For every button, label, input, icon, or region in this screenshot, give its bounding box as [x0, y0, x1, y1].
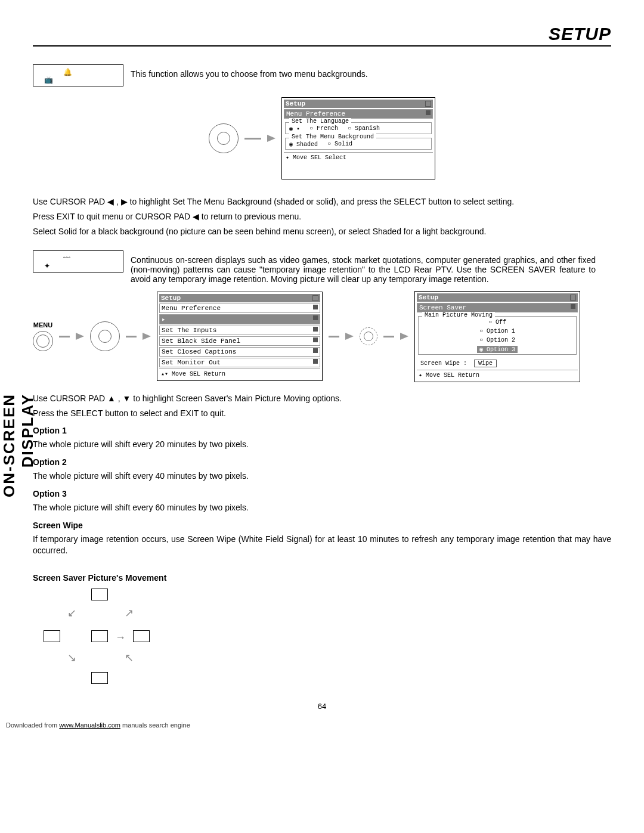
row-glyph-icon [426, 110, 431, 115]
title-glyph-icon [312, 295, 318, 301]
menu-row: Set Black Side Panel [159, 336, 320, 346]
mb-instruction-3: Select Solid for a black background (no … [33, 226, 611, 237]
wipe-button: Wipe [474, 360, 497, 367]
screenshot-subtitle-row: Screen Saver [417, 303, 578, 312]
title-glyph-icon [425, 101, 431, 107]
diagram-arrow-icon: ↙ [67, 606, 76, 620]
screenshot-title: Setup [286, 100, 305, 107]
mb-instruction-2: Press EXIT to quit menu or CURSOR PAD ◀ … [33, 211, 611, 222]
menu-button-icon [33, 331, 53, 351]
ss-instruction-1: Use CURSOR PAD ▲ , ▼ to highlight Screen… [33, 393, 611, 404]
setup-menu-screenshot: Setup Menu Preference ▸ Set The Inputs S… [157, 292, 323, 381]
mpm-opt-3: ◉ Option 3 [477, 346, 518, 353]
diagram-arrow-icon: ↘ [67, 651, 76, 664]
main-picture-moving-group: Main Picture Moving ○ Off ○ Option 1 ○ O… [418, 316, 577, 355]
screen-wipe-text: If temporary image retention occurs, use… [33, 534, 611, 556]
flow-arrow-shaft [383, 336, 394, 337]
flow-arrow-shaft [329, 336, 339, 337]
select-button-icon [360, 327, 377, 345]
row-glyph-icon [313, 305, 318, 309]
mpm-opt-2: ○ Option 2 [479, 337, 515, 343]
diagram-arrow-icon: ↗ [125, 606, 134, 620]
screenshot-footer: ▴▾ Move SEL Return [159, 368, 320, 379]
flow-arrow-shaft [59, 336, 70, 337]
menu-row: Set Monitor Out [159, 358, 320, 367]
waves-icon: 〰 [63, 254, 70, 262]
tv-icon: 📺 [44, 76, 53, 84]
page-header: SETUP [33, 24, 611, 47]
menu-preference-screenshot: Setup Menu Preference Set The Language ◉… [281, 97, 435, 179]
menu-item-label: Set Closed Captions [162, 348, 236, 355]
row-glyph-icon [313, 348, 318, 353]
screenshot-title: Setup [161, 295, 181, 302]
menu-row: Menu Preference [159, 304, 320, 313]
row-glyph-icon [571, 304, 575, 309]
diagram-box [44, 630, 60, 642]
screen-wipe-heading: Screen Wipe [33, 521, 611, 530]
background-group: Set The Menu Background ◉ Shaded ○ Solid [285, 138, 432, 150]
mpm-opt-1: ○ Option 1 [479, 328, 515, 335]
screenshot-title-row: Setup [417, 293, 578, 302]
screenshot-title: Setup [419, 294, 438, 301]
feature-icon-box-2: 〰 ✦ [33, 250, 123, 272]
row-glyph-icon [313, 359, 318, 364]
ss-instruction-2: Press the SELECT button to select and EX… [33, 408, 611, 419]
motion-icon: ✦ [44, 262, 50, 270]
section-screen-saver: 〰 ✦ Continuous on-screen displays such a… [33, 250, 611, 284]
menu-row: Set The Inputs [159, 326, 320, 335]
screenshot-footer: ✦ Move SEL Select [284, 152, 433, 162]
menu-background-flow: Setup Menu Preference Set The Language ◉… [209, 97, 435, 179]
screenshot-title-row: Setup [284, 100, 433, 108]
feature-icon-box: 🔔 📺 [33, 64, 123, 86]
lang-opt-spanish: ○ Spanish [348, 125, 380, 132]
footer-prefix: Downloaded from [6, 721, 59, 729]
menu-item-label: ▸ [162, 315, 166, 323]
menu-row: Set Closed Captions [159, 347, 320, 357]
lang-opt-french: ○ French [309, 125, 338, 132]
flow-arrow-head [143, 333, 151, 340]
footer-suffix: manuals search engine [122, 721, 190, 729]
menu-item-label: Set Black Side Panel [162, 337, 240, 345]
option3-heading: Option 3 [33, 489, 611, 498]
section-menu-background: 🔔 📺 This function allows you to choose f… [33, 64, 611, 86]
flow-arrow-head [400, 333, 408, 340]
screenshot-subtitle-row: Menu Preference [284, 109, 433, 119]
cursor-pad-icon [209, 123, 239, 153]
page-number: 64 [33, 702, 611, 711]
screen-saver-flow: MENU Setup Menu Preference ▸ Set The Inp… [33, 291, 611, 382]
diagram-box [133, 630, 150, 642]
option1-text: The whole picture will shift every 20 mi… [33, 439, 611, 450]
bg-opt-shaded: ◉ Shaded [289, 141, 318, 148]
flow-arrow-head [267, 135, 275, 142]
screenshot-footer: ✦ Move SEL Return [417, 370, 578, 380]
option2-text: The whole picture will shift every 40 mi… [33, 470, 611, 482]
menu-item-label: Menu Preference [162, 305, 221, 312]
language-group: Set The Language ◉ ▪ ○ French ○ Spanish [285, 122, 432, 134]
diagram-arrow-icon: ↖ [125, 651, 134, 664]
screen-saver-intro: Continuous on-screen displays such as vi… [131, 250, 596, 284]
screenshot-subtitle: Screen Saver [419, 304, 466, 311]
bg-opt-solid: ○ Solid [327, 141, 352, 148]
menu-item-label: Set Monitor Out [162, 359, 221, 366]
movement-heading: Screen Saver Picture's Movement [33, 573, 611, 583]
option3-text: The whole picture will shift every 60 mi… [33, 502, 611, 513]
screen-wipe-row: Screen Wipe : Wipe [417, 357, 578, 370]
flow-arrow-head [76, 333, 84, 340]
diagram-box [91, 630, 108, 642]
diagram-box [91, 672, 108, 684]
menu-item-label: Set The Inputs [162, 327, 216, 334]
flow-arrow-shaft [244, 138, 261, 140]
mpm-opt-off: ○ Off [488, 319, 506, 326]
menu-background-intro: This function allows you to choose from … [131, 64, 596, 79]
flow-arrow-shaft [126, 336, 137, 337]
mpm-legend: Main Picture Moving [422, 312, 495, 318]
cursor-pad-icon [90, 321, 120, 351]
wipe-label: Screen Wipe : [420, 360, 467, 367]
screen-saver-screenshot: Setup Screen Saver Main Picture Moving ○… [414, 291, 580, 382]
row-glyph-icon [313, 327, 318, 332]
language-legend: Set The Language [289, 118, 351, 125]
page-footer: Downloaded from www.Manualslib.com manua… [0, 717, 644, 733]
option1-heading: Option 1 [33, 426, 611, 435]
side-section-label: ON-SCREEN DISPLAY [0, 394, 37, 549]
footer-link[interactable]: www.Manualslib.com [59, 721, 120, 729]
